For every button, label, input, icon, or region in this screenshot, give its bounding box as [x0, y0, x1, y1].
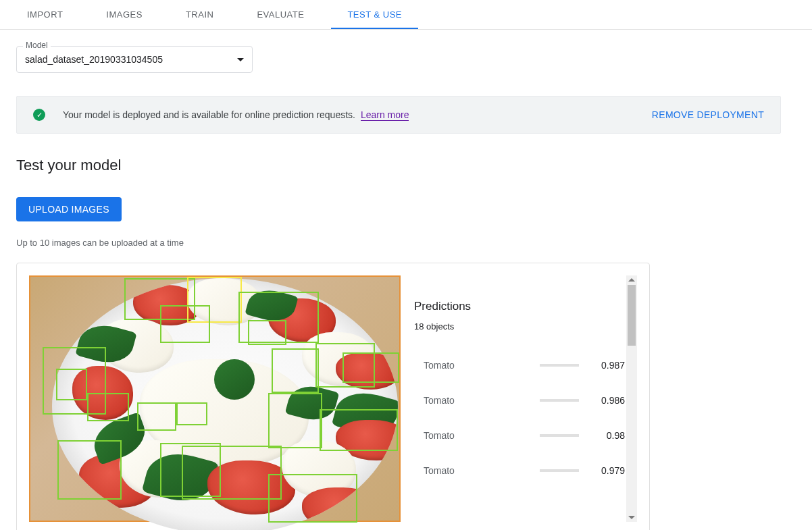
tab-import[interactable]: IMPORT: [11, 0, 79, 29]
banner-message: Your model is deployed and is available …: [63, 109, 355, 120]
model-selector-row: Model salad_dataset_20190331034505: [16, 46, 781, 73]
tab-evaluate[interactable]: EVALUATE: [240, 0, 320, 29]
prediction-score: 0.987: [592, 360, 625, 371]
prediction-row[interactable]: Tomato0.986: [414, 383, 625, 418]
banner-text: Your model is deployed and is available …: [63, 109, 409, 120]
prediction-label: Tomato: [414, 465, 540, 476]
prediction-row[interactable]: Tomato0.98: [414, 418, 625, 453]
tab-train[interactable]: TRAIN: [170, 0, 230, 29]
prediction-bar: [540, 364, 579, 367]
model-select-wrap: Model salad_dataset_20190331034505: [16, 46, 253, 73]
tab-images[interactable]: IMAGES: [90, 0, 159, 29]
caret-down-icon: [237, 58, 244, 61]
check-circle-icon: ✓: [33, 109, 45, 121]
deployment-banner: ✓ Your model is deployed and is availabl…: [16, 96, 781, 134]
predictions-panel: Predictions 18 objects Tomato0.987Tomato…: [414, 275, 637, 522]
prediction-bar: [540, 434, 579, 437]
model-select-label: Model: [23, 41, 51, 50]
salad-image: [52, 278, 398, 530]
prediction-row[interactable]: Tomato0.979: [414, 453, 625, 488]
test-image-panel: [29, 275, 401, 522]
upload-images-button[interactable]: UPLOAD IMAGES: [16, 197, 122, 221]
prediction-score: 0.979: [592, 465, 625, 476]
tab-bar: IMPORT IMAGES TRAIN EVALUATE TEST & USE: [0, 0, 812, 30]
predictions-count: 18 objects: [414, 321, 625, 332]
predictions-title: Predictions: [414, 300, 625, 313]
test-section-title: Test your model: [16, 157, 781, 174]
learn-more-link[interactable]: Learn more: [361, 109, 409, 121]
model-select[interactable]: salad_dataset_20190331034505: [16, 46, 253, 73]
prediction-label: Tomato: [414, 395, 540, 406]
prediction-score: 0.986: [592, 395, 625, 406]
prediction-label: Tomato: [414, 360, 540, 371]
tab-test-and-use[interactable]: TEST & USE: [331, 0, 418, 29]
prediction-row[interactable]: Tomato0.987: [414, 348, 625, 383]
prediction-label: Tomato: [414, 430, 540, 441]
remove-deployment-button[interactable]: REMOVE DEPLOYMENT: [652, 109, 764, 120]
predictions-scrollbar[interactable]: [626, 275, 637, 522]
model-select-value: salad_dataset_20190331034505: [25, 54, 163, 65]
prediction-bar: [540, 469, 579, 472]
prediction-bar: [540, 399, 579, 402]
upload-hint: Up to 10 images can be uploaded at a tim…: [16, 238, 781, 248]
prediction-result-card: Predictions 18 objects Tomato0.987Tomato…: [16, 263, 650, 530]
page-content: Model salad_dataset_20190331034505 ✓ You…: [0, 30, 797, 530]
scrollbar-thumb[interactable]: [628, 285, 636, 346]
prediction-score: 0.98: [592, 430, 625, 441]
